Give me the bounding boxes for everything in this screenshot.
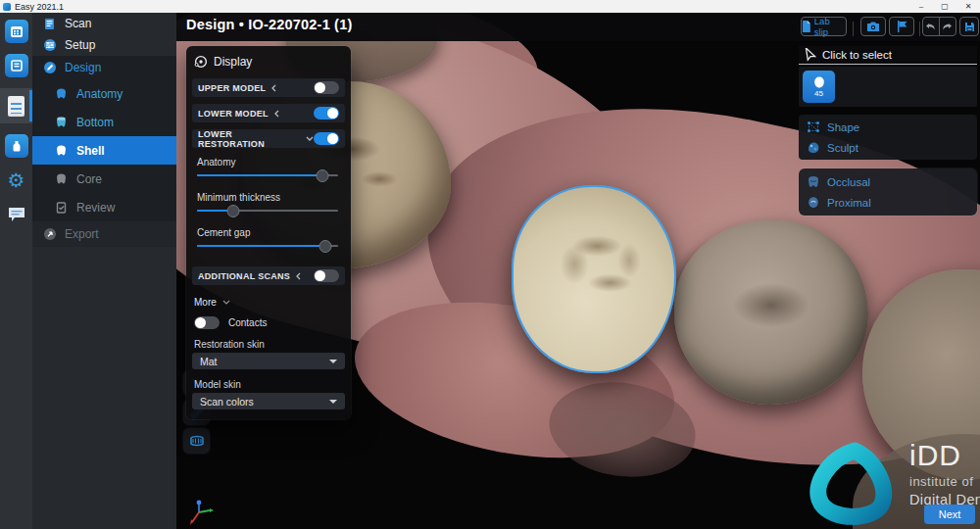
dropdown-caret-icon bbox=[329, 360, 337, 363]
anatomy-slider[interactable] bbox=[197, 168, 340, 183]
orientation-gizmo[interactable] bbox=[186, 499, 216, 529]
idd-text: iDD institute of Digital Dentistry bbox=[909, 441, 980, 507]
display-panel-header[interactable]: Display bbox=[192, 52, 345, 72]
lower-model-row: LOWER MODEL bbox=[192, 104, 345, 122]
selection-panel: Click to select 45 Shape Sculpt Occlusal bbox=[799, 46, 977, 216]
contacts-row: Contacts bbox=[192, 316, 345, 329]
restoration-skin-select[interactable]: Mat bbox=[192, 353, 345, 369]
occlusal-label: Occlusal bbox=[827, 176, 870, 188]
contacts-toggle[interactable] bbox=[194, 316, 220, 329]
bottom-tooth-icon bbox=[54, 116, 69, 128]
schedule-icon[interactable] bbox=[5, 20, 28, 43]
nav-item-export[interactable]: Export bbox=[32, 221, 176, 247]
nav-item-scan[interactable]: Scan bbox=[32, 13, 176, 34]
worklist-icon-selected[interactable] bbox=[0, 88, 32, 123]
selected-tooth-strip: 45 bbox=[799, 67, 977, 107]
lower-restoration-toggle[interactable] bbox=[314, 132, 339, 145]
nav-item-bottom[interactable]: Bottom bbox=[32, 108, 176, 136]
sculpt-tool[interactable]: Sculpt bbox=[799, 137, 977, 158]
app-rail: ⚙ bbox=[0, 13, 32, 529]
maximize-button[interactable]: ▢ bbox=[933, 0, 956, 13]
cursor-icon bbox=[803, 48, 816, 62]
model-view-tool-button[interactable] bbox=[183, 428, 210, 454]
chevron-left-icon[interactable] bbox=[295, 272, 302, 280]
slider-fill bbox=[197, 245, 325, 247]
nav-label: Shell bbox=[76, 144, 105, 158]
chevron-down-icon[interactable] bbox=[306, 135, 314, 142]
settings-gear-icon[interactable]: ⚙ bbox=[5, 168, 28, 192]
titlebar: Easy 2021.1 – ▢ ✕ bbox=[0, 0, 980, 13]
chevron-left-icon[interactable] bbox=[270, 84, 277, 92]
review-clipboard-icon bbox=[54, 201, 69, 214]
document-icon bbox=[802, 21, 811, 32]
workflow-nav: Scan Setup Design Anatomy Bottom Shell bbox=[32, 13, 176, 529]
sculpt-icon bbox=[807, 141, 820, 154]
idd-logo-icon bbox=[800, 439, 904, 527]
slider-knob[interactable] bbox=[317, 169, 329, 182]
nav-item-review[interactable]: Review bbox=[32, 193, 176, 221]
upper-model-row: UPPER MODEL bbox=[192, 78, 345, 97]
display-icon bbox=[194, 55, 208, 69]
slider-knob[interactable] bbox=[226, 205, 239, 217]
lower-model-toggle[interactable] bbox=[314, 107, 339, 120]
flag-icon bbox=[897, 21, 907, 32]
logo-line1: institute of bbox=[909, 474, 980, 489]
undo-button[interactable] bbox=[923, 17, 940, 36]
model-skin-select[interactable]: Scan colors bbox=[192, 393, 345, 409]
header-divider bbox=[853, 19, 854, 38]
additional-scans-toggle[interactable] bbox=[314, 269, 339, 282]
nav-item-anatomy[interactable]: Anatomy bbox=[32, 79, 176, 108]
nav-item-shell[interactable]: Shell bbox=[32, 136, 176, 165]
screenshot-button[interactable] bbox=[860, 17, 886, 36]
more-expander[interactable]: More bbox=[192, 297, 345, 308]
nav-label: Setup bbox=[65, 38, 95, 52]
app-window: Easy 2021.1 – ▢ ✕ ⚙ Scan bbox=[0, 0, 980, 529]
nav-item-core[interactable]: Core bbox=[32, 165, 176, 193]
shape-tool[interactable]: Shape bbox=[799, 117, 977, 137]
tooth-45-button[interactable]: 45 bbox=[803, 71, 835, 103]
occlusal-icon bbox=[807, 175, 820, 188]
click-to-select-bar[interactable]: Click to select bbox=[799, 46, 977, 65]
save-icon bbox=[964, 22, 975, 32]
molar-tooth-right bbox=[674, 220, 868, 405]
minimum-thickness-slider-label: Minimum thickness bbox=[197, 192, 340, 203]
shape-icon bbox=[807, 120, 820, 133]
selected-restoration-crown-45[interactable] bbox=[512, 185, 676, 373]
lower-model-label: LOWER MODEL bbox=[198, 109, 269, 119]
nav-item-design[interactable]: Design bbox=[32, 56, 176, 79]
views-group: Occlusal Proximal bbox=[799, 168, 977, 216]
close-button[interactable]: ✕ bbox=[956, 0, 980, 13]
display-panel: Display UPPER MODEL LOWER MODEL LOWER RE… bbox=[186, 46, 351, 419]
proximal-view[interactable]: Proximal bbox=[799, 192, 977, 213]
export-icon bbox=[42, 227, 57, 241]
slider-knob[interactable] bbox=[319, 240, 332, 253]
header-divider bbox=[919, 19, 920, 38]
additional-scans-label: ADDITIONAL SCANS bbox=[198, 271, 290, 281]
cement-gap-slider[interactable] bbox=[197, 239, 340, 254]
messages-chat-icon[interactable] bbox=[5, 203, 28, 226]
tooth-number: 45 bbox=[814, 90, 823, 98]
lab-slip-button[interactable]: Lab slip bbox=[801, 17, 847, 36]
redo-button[interactable] bbox=[940, 17, 956, 36]
shape-label: Shape bbox=[827, 121, 859, 133]
next-button[interactable]: Next bbox=[924, 505, 975, 524]
tools-group: Shape Sculpt bbox=[799, 115, 977, 160]
model-skin-value: Scan colors bbox=[200, 396, 254, 408]
anatomy-tooth-icon bbox=[54, 87, 69, 100]
occlusal-view[interactable]: Occlusal bbox=[799, 171, 977, 192]
nav-item-setup[interactable]: Setup bbox=[32, 34, 176, 56]
save-button[interactable] bbox=[959, 17, 979, 36]
cases-icon[interactable] bbox=[5, 54, 28, 77]
worklist-document-icon bbox=[8, 96, 24, 117]
flag-button[interactable] bbox=[889, 17, 914, 36]
additional-scans-row: ADDITIONAL SCANS bbox=[192, 266, 345, 285]
core-tooth-icon bbox=[54, 172, 69, 185]
app-title: Easy 2021.1 bbox=[15, 2, 64, 12]
upper-model-toggle[interactable] bbox=[314, 81, 339, 94]
chevron-down-icon bbox=[222, 299, 230, 306]
minimize-button[interactable]: – bbox=[909, 0, 933, 13]
logo-title: iDD bbox=[909, 441, 980, 470]
materials-icon[interactable] bbox=[5, 134, 28, 158]
minimum-thickness-slider[interactable] bbox=[197, 204, 340, 218]
chevron-left-icon[interactable] bbox=[273, 110, 280, 118]
